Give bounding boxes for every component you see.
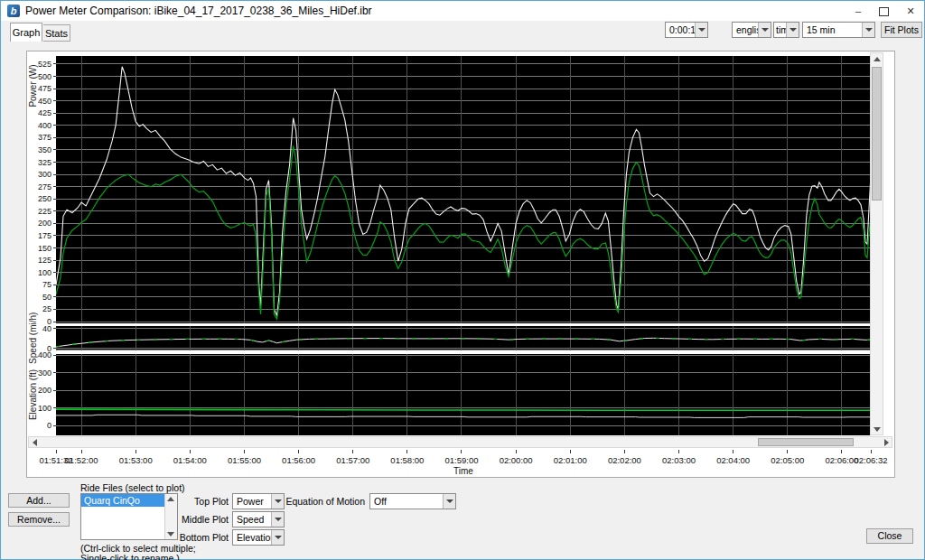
x-tick-label: 01:57:00 (336, 455, 369, 465)
x-tick-label: 01:58:00 (390, 455, 424, 465)
x-tick-label: 02:03:00 (662, 455, 696, 465)
app-icon: b (7, 5, 20, 17)
svg-text:75: 75 (42, 280, 51, 289)
bottom-plot-label: Bottom Plot (136, 532, 229, 543)
remove-button[interactable]: Remove... (8, 512, 70, 527)
averaging-interval-combo[interactable]: 0:00:10 (665, 22, 708, 38)
window-span-value: 15 min (807, 24, 836, 35)
svg-text:425: 425 (38, 108, 51, 117)
horizontal-scrollbar[interactable] (28, 436, 892, 448)
chevron-down-icon[interactable] (758, 23, 771, 37)
titlebar: b Power Meter Comparison: iBike_04_17_20… (1, 1, 924, 21)
svg-text:40: 40 (42, 324, 51, 333)
x-axis-title: Time (453, 466, 473, 476)
svg-text:225: 225 (38, 207, 51, 216)
app-window: b Power Meter Comparison: iBike_04_17_20… (0, 0, 925, 560)
x-tick-label: 01:53:00 (119, 455, 153, 465)
chevron-down-icon[interactable] (443, 494, 455, 509)
svg-text:450: 450 (38, 97, 51, 106)
power-plot-area[interactable] (56, 56, 871, 323)
window-span-combo[interactable]: 15 min (802, 22, 875, 38)
svg-text:500: 500 (38, 72, 51, 81)
x-tick-label: 02:06:32 (855, 455, 888, 465)
chevron-down-icon[interactable] (862, 23, 874, 37)
chevron-down-icon[interactable] (271, 530, 284, 545)
scroll-up-button[interactable] (871, 53, 883, 64)
ride-files-label: Ride Files (select to plot) (80, 482, 185, 493)
list-hint-line2: Single-click to rename.) (80, 553, 180, 560)
chevron-down-icon[interactable] (271, 512, 284, 527)
svg-text:200: 200 (38, 386, 51, 395)
bottom-plot-combo[interactable]: Elevation (232, 529, 285, 546)
equation-of-motion-label: Equation of Motion (272, 496, 365, 507)
minimize-icon: – (855, 5, 861, 16)
vertical-scrollbar[interactable] (870, 52, 883, 435)
equation-of-motion-value: Off (374, 496, 387, 507)
middle-plot-label: Middle Plot (136, 514, 229, 525)
chevron-down-icon[interactable] (695, 23, 707, 37)
x-tick-label: 02:00:00 (500, 455, 533, 465)
svg-text:150: 150 (38, 244, 51, 253)
top-plot-value: Power (237, 496, 264, 507)
elevation-plot-area[interactable] (56, 354, 871, 435)
x-tick-label: 01:56:00 (282, 455, 315, 465)
x-tick-label: 02:05:00 (771, 455, 804, 465)
equation-of-motion-combo[interactable]: Off (369, 493, 456, 509)
svg-text:100: 100 (38, 404, 51, 413)
elevation-axis-title: Elevation (ft) (28, 369, 38, 420)
svg-text:375: 375 (38, 133, 51, 142)
top-plot-label: Top Plot (136, 496, 229, 507)
scroll-right-button[interactable] (880, 437, 892, 447)
svg-text:100: 100 (38, 268, 51, 277)
x-tick-label: 01:55:00 (228, 455, 261, 465)
svg-text:200: 200 (38, 219, 51, 228)
svg-text:475: 475 (38, 84, 51, 93)
svg-text:250: 250 (38, 194, 51, 203)
x-tick-label: 01:52:00 (65, 455, 98, 465)
close-window-button[interactable]: ✕ (897, 1, 924, 21)
x-tick-label: 02:04:00 (716, 455, 750, 465)
speed-plot: 400 (42, 324, 871, 353)
svg-text:350: 350 (38, 145, 51, 154)
tab-graph[interactable]: Graph (10, 23, 42, 42)
chart-panel: 0255075100125150175200225250275300325350… (26, 51, 895, 478)
power-axis-title: Power (W) (28, 64, 38, 107)
power-plot: 0255075100125150175200225250275300325350… (38, 56, 871, 326)
svg-text:25: 25 (42, 304, 51, 313)
minimize-button[interactable]: – (845, 1, 872, 21)
x-tick-label: 02:02:00 (608, 455, 641, 465)
close-icon: ✕ (906, 5, 914, 16)
x-tick-label: 01:59:00 (445, 455, 479, 465)
horizontal-scrollbar-thumb[interactable] (758, 438, 854, 446)
svg-text:275: 275 (38, 182, 51, 191)
elevation-plot: 4003002001000 (38, 350, 871, 435)
maximize-button[interactable] (870, 1, 897, 21)
chevron-down-icon[interactable] (786, 23, 799, 37)
svg-text:400: 400 (38, 121, 51, 130)
xaxis-mode-combo[interactable]: time (773, 22, 799, 38)
svg-text:400: 400 (38, 350, 51, 359)
svg-text:0: 0 (47, 421, 51, 430)
svg-text:525: 525 (38, 60, 51, 69)
scroll-left-button[interactable] (29, 437, 41, 447)
svg-text:300: 300 (38, 170, 51, 179)
middle-plot-value: Speed (237, 514, 264, 525)
bottom-plot-value: Elevation (237, 532, 276, 543)
svg-text:175: 175 (38, 231, 51, 240)
maximize-icon (879, 7, 889, 16)
window-title: Power Meter Comparison: iBike_04_17_2017… (25, 5, 372, 17)
svg-text:300: 300 (38, 369, 51, 378)
vertical-scrollbar-thumb[interactable] (872, 67, 882, 201)
middle-plot-combo[interactable]: Speed (232, 511, 285, 527)
svg-text:125: 125 (38, 256, 51, 265)
fit-plots-button[interactable]: Fit Plots (881, 22, 922, 38)
close-button[interactable]: Close (866, 528, 913, 544)
add-button[interactable]: Add... (8, 493, 70, 508)
units-combo[interactable]: english (732, 22, 771, 38)
speed-axis-title: Speed (mi/h) (28, 313, 38, 364)
tab-stats[interactable]: Stats (43, 24, 70, 42)
scroll-down-button[interactable] (871, 424, 883, 434)
x-tick-label: 02:01:00 (554, 455, 587, 465)
x-tick-label: 01:54:00 (173, 455, 207, 465)
chart[interactable]: 0255075100125150175200225250275300325350… (27, 51, 894, 477)
